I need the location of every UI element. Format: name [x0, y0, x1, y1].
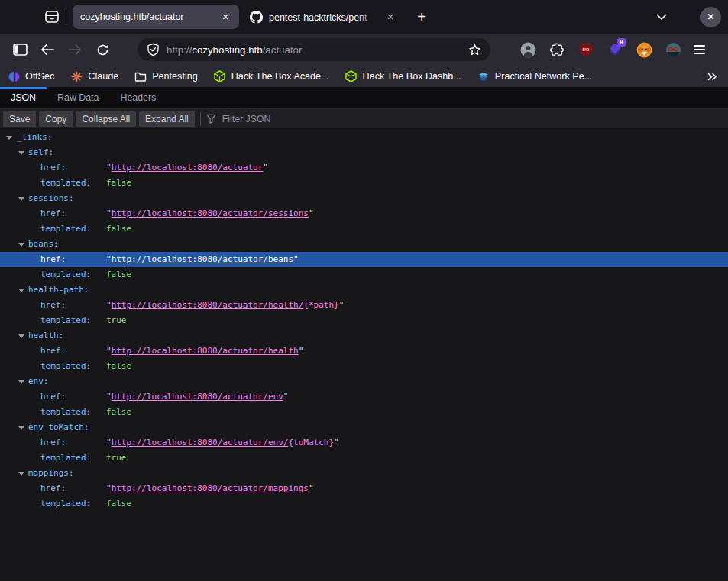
copy-button[interactable]: Copy	[39, 111, 73, 127]
json-row[interactable]: env:	[0, 374, 728, 389]
wappalyzer-button[interactable]: 9	[607, 41, 623, 58]
json-link[interactable]: http://localhost:8080/actuator/beans	[112, 254, 293, 264]
bookmarks-overflow-button[interactable]	[704, 71, 720, 82]
json-row[interactable]: templated:false	[0, 496, 728, 512]
claude-icon	[70, 70, 83, 82]
json-key: href:	[40, 344, 66, 359]
bookmark-htb-dashboard[interactable]: Hack The Box Dashb...	[345, 70, 461, 82]
json-row[interactable]: health:	[0, 328, 728, 344]
json-value: "http://localhost:8080/actuator/beans"	[106, 252, 299, 267]
hamburger-icon	[694, 45, 705, 47]
collapse-arrow-icon[interactable]	[18, 426, 24, 430]
json-row[interactable]: env-toMatch:	[0, 420, 728, 435]
tab-raw-data[interactable]: Raw Data	[47, 87, 109, 108]
url-bar[interactable]: http://cozyhosting.htb/actuator	[138, 38, 490, 61]
json-key: templated:	[40, 221, 91, 237]
collapse-arrow-icon[interactable]	[6, 136, 12, 140]
json-key: href:	[40, 298, 66, 313]
json-key: templated:	[40, 176, 91, 191]
sidebar-toggle-button[interactable]	[8, 37, 32, 62]
hacktools-button[interactable]	[665, 41, 681, 58]
hacker-glasses-icon	[665, 42, 681, 58]
save-button[interactable]: Save	[3, 111, 36, 127]
collapse-arrow-icon[interactable]	[18, 151, 24, 155]
menu-button[interactable]	[689, 40, 710, 59]
bookmark-practical-network[interactable]: Practical Network Pe...	[477, 70, 592, 82]
tab-headers[interactable]: Headers	[109, 87, 167, 108]
json-link[interactable]: http://localhost:8080/actuator/env/	[112, 437, 289, 447]
json-row[interactable]: templated:false	[0, 405, 728, 420]
json-link[interactable]: http://localhost:8080/actuator/sessions	[112, 208, 309, 218]
json-link[interactable]: http://localhost:8080/actuator/env	[112, 392, 283, 402]
expand-all-button[interactable]: Expand All	[139, 111, 195, 127]
collapse-arrow-icon[interactable]	[18, 334, 24, 338]
collapse-arrow-icon[interactable]	[18, 380, 24, 384]
json-row[interactable]: beans:	[0, 237, 728, 252]
sidebar-icon	[13, 44, 28, 56]
bookmark-htb-academy[interactable]: Hack The Box Acade...	[214, 70, 329, 82]
firefox-view-button[interactable]	[40, 5, 64, 29]
account-avatar-button[interactable]	[519, 41, 536, 58]
json-row[interactable]: health-path:	[0, 282, 728, 298]
tab-close-icon[interactable]: ✕	[384, 11, 396, 23]
filter-json-input[interactable]: Filter JSON	[206, 114, 725, 124]
quote: "	[293, 254, 299, 264]
json-row[interactable]: self:	[0, 145, 728, 160]
collapse-all-button[interactable]: Collapse All	[76, 111, 136, 127]
tabbar-divider	[66, 8, 66, 25]
json-row[interactable]: href:"http://localhost:8080/actuator/hea…	[0, 298, 728, 313]
json-row[interactable]: _links:	[0, 130, 728, 145]
json-row[interactable]: templated:false	[0, 359, 728, 374]
svg-text:UO: UO	[583, 47, 590, 52]
json-row[interactable]: templated:false	[0, 176, 728, 191]
new-tab-button[interactable]: +	[410, 5, 433, 28]
json-link[interactable]: http://localhost:8080/actuator/health	[112, 346, 299, 356]
tab-close-icon[interactable]: ✕	[219, 11, 231, 23]
quote: "	[106, 163, 112, 173]
list-all-tabs-button[interactable]	[656, 14, 667, 21]
bookmark-star-button[interactable]	[464, 40, 484, 60]
json-row[interactable]: templated:true	[0, 313, 728, 328]
tab-active-cozyhosting[interactable]: cozyhosting.htb/actuator ✕	[73, 5, 239, 29]
json-boolean: false	[106, 405, 131, 420]
json-row[interactable]: href:"http://localhost:8080/actuator/env…	[0, 435, 728, 450]
json-key: href:	[40, 481, 66, 496]
json-link[interactable]: http://localhost:8080/actuator	[112, 163, 264, 173]
bookmark-folder-pentesting[interactable]: Pentesting	[134, 70, 198, 82]
window-close-button[interactable]: ✕	[700, 7, 721, 27]
json-value: "http://localhost:8080/actuator/health/{…	[106, 298, 344, 313]
json-row[interactable]: templated:false	[0, 221, 728, 237]
json-row[interactable]: href:"http://localhost:8080/actuator"	[0, 160, 728, 176]
bookmark-claude[interactable]: Claude	[70, 70, 118, 82]
firefox-view-icon	[44, 9, 60, 24]
json-link[interactable]: http://localhost:8080/actuator/health/	[112, 300, 304, 310]
json-row[interactable]: mappings:	[0, 466, 728, 481]
json-row[interactable]: href:"http://localhost:8080/actuator/hea…	[0, 344, 728, 359]
json-row[interactable]: sessions:	[0, 191, 728, 206]
json-row[interactable]: href:"http://localhost:8080/actuator/ses…	[0, 206, 728, 221]
url-path: /actuator	[263, 44, 303, 56]
json-row[interactable]: href:"http://localhost:8080/actuator/env…	[0, 389, 728, 405]
quote: "	[334, 437, 339, 447]
json-key: sessions:	[28, 191, 74, 206]
collapse-arrow-icon[interactable]	[18, 472, 24, 476]
json-row[interactable]: href:"http://localhost:8080/actuator/map…	[0, 481, 728, 496]
collapse-arrow-icon[interactable]	[18, 289, 24, 292]
back-button[interactable]	[35, 37, 60, 62]
ublock-origin-button[interactable]: UO	[578, 41, 594, 58]
collapse-arrow-icon[interactable]	[18, 243, 24, 247]
bookmark-offsec[interactable]: OffSec	[8, 70, 54, 82]
reload-button[interactable]	[90, 37, 115, 62]
json-row[interactable]: templated:false	[0, 267, 728, 282]
tab-json[interactable]: JSON	[0, 87, 47, 108]
tab-github-hacktricks[interactable]: pentest-hacktricks/pent ✕	[242, 5, 404, 29]
extensions-puzzle-button[interactable]	[548, 41, 565, 58]
json-row-selected[interactable]: href:"http://localhost:8080/actuator/bea…	[0, 252, 728, 267]
json-link[interactable]: http://localhost:8080/actuator/mappings	[112, 483, 309, 493]
json-row[interactable]: templated:true	[0, 450, 728, 466]
folder-icon	[134, 70, 147, 82]
collapse-arrow-icon[interactable]	[18, 197, 24, 201]
bookmark-label: Hack The Box Dashb...	[363, 71, 461, 82]
foxyproxy-button[interactable]	[636, 41, 652, 58]
forward-button[interactable]	[63, 37, 87, 62]
